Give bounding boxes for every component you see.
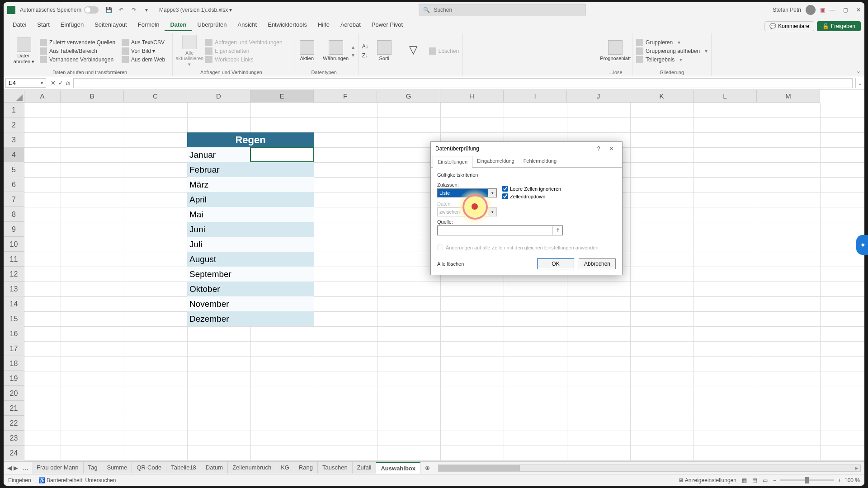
table-cell[interactable]: September bbox=[187, 267, 250, 282]
avatar[interactable] bbox=[806, 5, 816, 15]
table-cell[interactable] bbox=[250, 207, 314, 222]
filter-button[interactable]: ▽ bbox=[400, 33, 426, 69]
collapse-ribbon-icon[interactable]: ⌄ bbox=[856, 68, 861, 74]
sort-desc-icon[interactable]: Z↓ bbox=[362, 52, 368, 59]
column-header[interactable]: M bbox=[757, 90, 820, 103]
ribbon-command[interactable]: Gruppierung aufheben▾ bbox=[636, 47, 708, 55]
ribbon-tab[interactable]: Formeln bbox=[132, 19, 165, 31]
horizontal-scrollbar[interactable]: ◂ ▸ bbox=[438, 465, 861, 472]
sheet-next-icon[interactable]: ▶ bbox=[14, 465, 18, 471]
table-cell[interactable] bbox=[250, 177, 314, 192]
fx-icon[interactable]: fx bbox=[66, 80, 71, 86]
ribbon-command[interactable]: Zuletzt verwendete Quellen bbox=[40, 39, 115, 46]
row-header[interactable]: 16 bbox=[4, 326, 24, 341]
ribbon-tab[interactable]: Daten bbox=[165, 19, 192, 31]
redo-icon[interactable]: ↷ bbox=[130, 6, 137, 14]
zoom-out-icon[interactable]: − bbox=[773, 477, 776, 483]
table-cell[interactable] bbox=[250, 267, 314, 282]
table-cell[interactable]: August bbox=[187, 252, 250, 267]
ribbon-tab[interactable]: Power Pivot bbox=[366, 19, 408, 31]
new-sheet-button[interactable]: ⊕ bbox=[420, 465, 434, 471]
sheet-tab[interactable]: Tag bbox=[84, 462, 103, 474]
sheet-tab[interactable]: QR-Code bbox=[132, 462, 166, 474]
source-field[interactable] bbox=[438, 226, 552, 235]
ribbon-tab[interactable]: Überprüfen bbox=[192, 19, 232, 31]
sheet-tab[interactable]: Frau oder Mann bbox=[32, 462, 84, 474]
zoom-slider[interactable] bbox=[780, 479, 834, 481]
search-input[interactable]: 🔍 Suchen bbox=[419, 4, 586, 16]
table-cell[interactable]: Juni bbox=[187, 222, 250, 237]
tab-error-alert[interactable]: Fehlermeldung bbox=[519, 155, 561, 167]
ribbon-command[interactable]: Teilergebnis▾ bbox=[636, 56, 708, 63]
active-cell[interactable] bbox=[250, 147, 314, 162]
row-header[interactable]: 6 bbox=[4, 177, 24, 192]
tab-settings[interactable]: Einstellungen bbox=[433, 156, 472, 168]
clear-all-button[interactable]: Alle löschen bbox=[437, 261, 464, 267]
ribbon-tab[interactable]: Start bbox=[32, 19, 55, 31]
table-cell[interactable]: Dezember bbox=[187, 311, 250, 326]
column-header[interactable]: G bbox=[377, 90, 440, 103]
filename[interactable]: Mappe3 (version 1).xlsb.xlsx ▾ bbox=[159, 7, 232, 13]
ribbon-command[interactable]: Vorhandene Verbindungen bbox=[40, 56, 115, 63]
sheet-tab[interactable]: Datum bbox=[201, 462, 228, 474]
column-header[interactable]: F bbox=[314, 90, 377, 103]
sheet-tab[interactable]: Tabelle18 bbox=[166, 462, 201, 474]
ignore-blank-checkbox[interactable]: Leere Zellen ignorieren bbox=[502, 186, 561, 192]
enter-formula-icon[interactable]: ✓ bbox=[58, 80, 63, 86]
zoom-in-icon[interactable]: + bbox=[838, 477, 841, 483]
minimize-icon[interactable]: — bbox=[830, 7, 835, 13]
row-header[interactable]: 24 bbox=[4, 446, 24, 460]
side-panel-button[interactable]: ✦ bbox=[856, 235, 868, 255]
display-settings[interactable]: 🖥 Anzeigeeinstellungen bbox=[678, 477, 736, 483]
sort-button[interactable]: Sorti bbox=[371, 33, 397, 69]
ribbon-mode-icon[interactable]: ▣ bbox=[820, 7, 825, 13]
row-header[interactable]: 4 bbox=[4, 147, 24, 162]
dialog-close-button[interactable]: ✕ bbox=[605, 145, 618, 152]
ribbon-command[interactable]: Aus Text/CSV bbox=[122, 39, 165, 46]
undo-icon[interactable]: ↶ bbox=[118, 6, 125, 14]
tab-input-message[interactable]: Eingabemeldung bbox=[472, 155, 519, 167]
row-header[interactable]: 17 bbox=[4, 341, 24, 356]
view-normal-icon[interactable]: ▦ bbox=[742, 477, 747, 483]
row-header[interactable]: 3 bbox=[4, 132, 24, 147]
sheet-tab[interactable]: KG bbox=[276, 462, 294, 474]
row-header[interactable]: 8 bbox=[4, 207, 24, 222]
row-header[interactable]: 9 bbox=[4, 222, 24, 237]
cancel-button[interactable]: Abbrechen bbox=[579, 258, 616, 269]
table-cell[interactable] bbox=[250, 311, 314, 326]
column-header[interactable]: B bbox=[61, 90, 124, 103]
cancel-formula-icon[interactable]: ✕ bbox=[51, 80, 56, 86]
row-header[interactable]: 22 bbox=[4, 416, 24, 431]
row-header[interactable]: 5 bbox=[4, 162, 24, 177]
maximize-icon[interactable]: ▢ bbox=[843, 7, 848, 13]
ribbon-tab[interactable]: Datei bbox=[7, 19, 32, 31]
sheet-more-icon[interactable]: … bbox=[23, 465, 28, 471]
sheet-tab[interactable]: Zeilenumbruch bbox=[228, 462, 276, 474]
row-header[interactable]: 7 bbox=[4, 192, 24, 207]
sheet-tab[interactable]: Auswahlbox bbox=[376, 462, 420, 474]
spreadsheet-grid[interactable]: ABCDEFGHIJKLM 12345678910111213141516171… bbox=[4, 90, 864, 461]
sheet-tab[interactable]: Rang bbox=[294, 462, 318, 474]
ribbon-tab[interactable]: Hilfe bbox=[312, 19, 335, 31]
table-cell[interactable]: November bbox=[187, 296, 250, 311]
sheet-tab[interactable]: Zufall bbox=[353, 462, 377, 474]
chevron-up-icon[interactable]: ▴ bbox=[352, 44, 354, 50]
table-cell[interactable]: Oktober bbox=[187, 282, 250, 296]
row-header[interactable]: 2 bbox=[4, 117, 24, 132]
table-cell[interactable] bbox=[250, 282, 314, 296]
ribbon-tab[interactable]: Entwicklertools bbox=[262, 19, 312, 31]
sheet-tab[interactable]: Tauschen bbox=[318, 462, 353, 474]
refresh-all-button[interactable]: Alle aktualisieren ▾ bbox=[176, 33, 203, 69]
help-button[interactable]: ? bbox=[592, 145, 605, 152]
column-header[interactable]: K bbox=[630, 90, 693, 103]
chevron-down-icon[interactable]: ▾ bbox=[352, 52, 354, 58]
formula-expand-icon[interactable]: ⌄ bbox=[855, 78, 864, 88]
table-cell[interactable] bbox=[250, 192, 314, 207]
table-cell[interactable]: Januar bbox=[187, 147, 250, 162]
row-header[interactable]: 21 bbox=[4, 401, 24, 416]
ok-button[interactable]: OK bbox=[537, 258, 574, 269]
sort-asc-icon[interactable]: A↓ bbox=[362, 43, 368, 50]
ribbon-tab[interactable]: Ansicht bbox=[232, 19, 263, 31]
column-header[interactable]: J bbox=[567, 90, 630, 103]
table-cell[interactable] bbox=[250, 222, 314, 237]
